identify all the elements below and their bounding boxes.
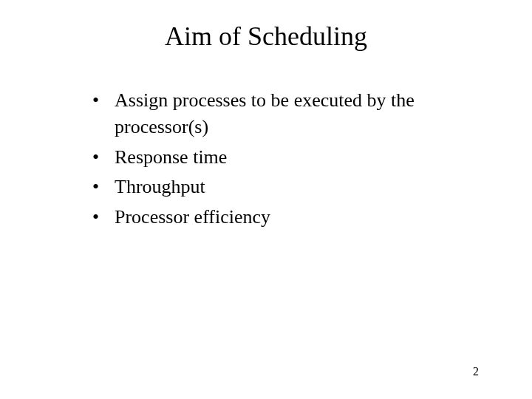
slide-title: Aim of Scheduling	[0, 0, 532, 66]
bullet-item: Throughput	[92, 174, 488, 200]
page-number: 2	[473, 365, 479, 378]
bullet-list: Assign processes to be executed by the p…	[92, 87, 488, 231]
bullet-item: Response time	[92, 144, 488, 171]
bullet-item: Assign processes to be executed by the p…	[92, 87, 488, 141]
slide-content: Assign processes to be executed by the p…	[0, 66, 532, 231]
bullet-item: Processor efficiency	[92, 204, 488, 231]
